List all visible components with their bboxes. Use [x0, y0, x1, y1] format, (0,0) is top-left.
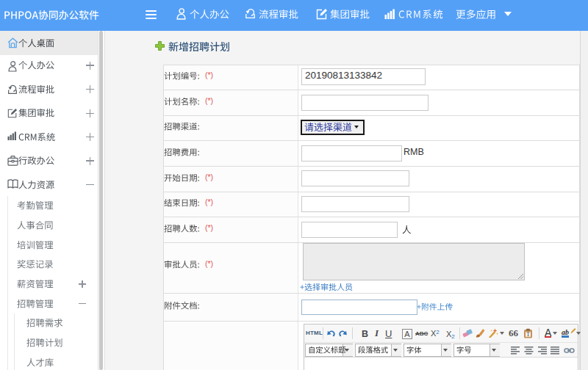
svg-text:T: T [526, 331, 530, 338]
